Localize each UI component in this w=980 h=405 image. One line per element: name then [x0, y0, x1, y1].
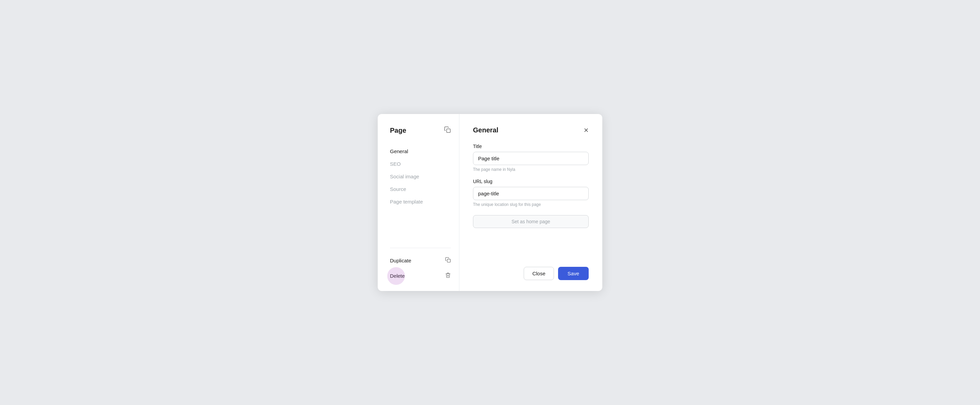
slug-hint: The unique location slug for this page — [473, 202, 589, 207]
left-panel: Page General SEO Social image Source Pag… — [378, 114, 460, 291]
left-footer: Duplicate Delete — [390, 248, 451, 283]
right-footer: Close Save — [473, 259, 589, 280]
page-title: Page — [390, 127, 406, 134]
close-button[interactable]: Close — [524, 267, 554, 280]
right-title: General — [473, 126, 498, 134]
svg-rect-0 — [447, 129, 450, 133]
title-label: Title — [473, 144, 589, 149]
duplicate-icon — [445, 257, 451, 264]
title-input[interactable] — [473, 152, 589, 165]
nav-item-social-image[interactable]: Social image — [390, 171, 451, 182]
nav-item-source[interactable]: Source — [390, 183, 451, 195]
nav-item-general[interactable]: General — [390, 146, 451, 157]
nav-item-seo[interactable]: SEO — [390, 158, 451, 169]
close-icon[interactable]: ✕ — [584, 127, 589, 133]
set-home-page-button[interactable]: Set as home page — [473, 215, 589, 228]
delete-button[interactable]: Delete — [390, 269, 451, 283]
nav-item-page-template[interactable]: Page template — [390, 196, 451, 207]
svg-rect-1 — [447, 259, 450, 262]
delete-icon — [445, 272, 451, 279]
page-icon[interactable] — [444, 126, 451, 135]
duplicate-button[interactable]: Duplicate — [390, 254, 451, 268]
slug-group: URL slug The unique location slug for th… — [473, 179, 589, 207]
nav-list: General SEO Social image Source Page tem… — [390, 146, 451, 248]
duplicate-label: Duplicate — [390, 258, 411, 263]
left-header: Page — [390, 126, 451, 135]
right-header: General ✕ — [473, 126, 589, 134]
save-button[interactable]: Save — [558, 267, 589, 280]
right-panel: General ✕ Title The page name in Nyla UR… — [460, 114, 602, 291]
title-group: Title The page name in Nyla — [473, 144, 589, 172]
title-hint: The page name in Nyla — [473, 167, 589, 172]
slug-label: URL slug — [473, 179, 589, 184]
delete-label: Delete — [390, 273, 404, 279]
modal-container: Page General SEO Social image Source Pag… — [378, 114, 602, 291]
slug-input[interactable] — [473, 187, 589, 200]
